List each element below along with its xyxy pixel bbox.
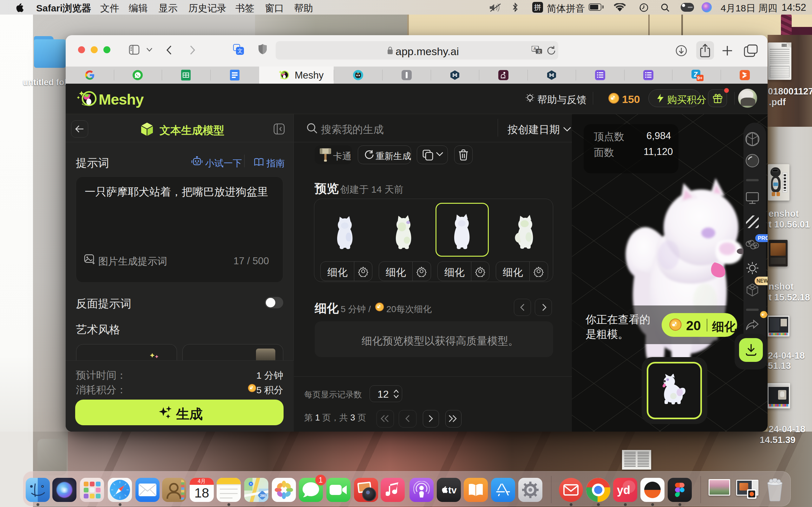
svg-text:文: 文 xyxy=(537,49,541,54)
